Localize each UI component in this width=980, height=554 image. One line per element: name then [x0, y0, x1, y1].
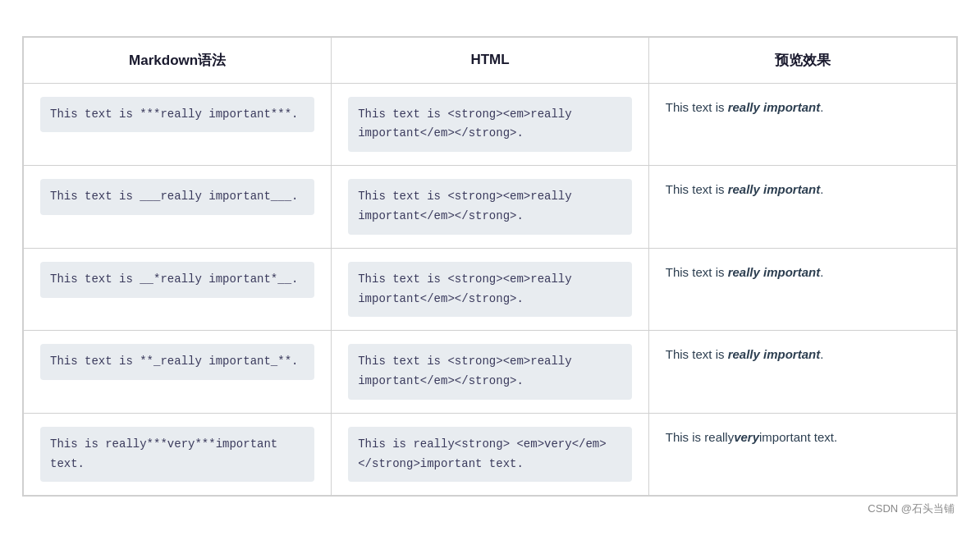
- markdown-cell: This is really***very***important text.: [24, 413, 332, 496]
- html-cell: This text is <strong><em>really importan…: [332, 166, 649, 249]
- footer-credit: CSDN @石头当铺: [22, 497, 958, 518]
- markdown-cell: This text is ***really important***.: [24, 83, 332, 166]
- header-html: HTML: [332, 37, 649, 83]
- html-cell: This text is <strong><em>really importan…: [332, 248, 649, 331]
- html-code: This is really<strong> <em>very</em></st…: [348, 427, 632, 483]
- preview-content: This is reallyveryimportant text.: [666, 427, 940, 448]
- preview-content: This text is really important.: [666, 344, 940, 365]
- table-row: This text is __*really important*__.This…: [24, 248, 957, 331]
- markdown-code: This text is ___really important___.: [40, 179, 314, 215]
- markdown-code: This text is __*really important*__.: [40, 262, 314, 298]
- html-cell: This is really<strong> <em>very</em></st…: [332, 413, 649, 496]
- markdown-code: This is really***very***important text.: [40, 427, 314, 483]
- preview-cell: This text is really important.: [648, 248, 956, 331]
- preview-content: This text is really important.: [666, 262, 940, 283]
- markdown-table: Markdown语法 HTML 预览效果 This text is ***rea…: [23, 37, 957, 497]
- markdown-cell: This text is ___really important___.: [24, 166, 332, 249]
- markdown-cell: This text is **_really important_**.: [24, 331, 332, 414]
- preview-cell: This text is really important.: [648, 331, 956, 414]
- header-markdown: Markdown语法: [24, 37, 332, 83]
- markdown-code: This text is **_really important_**.: [40, 344, 314, 380]
- table-row: This is really***very***important text.T…: [24, 413, 957, 496]
- html-cell: This text is <strong><em>really importan…: [332, 83, 649, 166]
- html-code: This text is <strong><em>really importan…: [348, 344, 632, 400]
- html-cell: This text is <strong><em>really importan…: [332, 331, 649, 414]
- html-code: This text is <strong><em>really importan…: [348, 262, 632, 318]
- preview-cell: This text is really important.: [648, 83, 956, 166]
- markdown-cell: This text is __*really important*__.: [24, 248, 332, 331]
- html-code: This text is <strong><em>really importan…: [348, 179, 632, 235]
- header-preview: 预览效果: [648, 37, 956, 83]
- preview-content: This text is really important.: [666, 179, 940, 200]
- main-table-wrapper: Markdown语法 HTML 预览效果 This text is ***rea…: [22, 36, 958, 497]
- markdown-code: This text is ***really important***.: [40, 97, 314, 133]
- table-row: This text is **_really important_**.This…: [24, 331, 957, 414]
- preview-content: This text is really important.: [666, 97, 940, 118]
- preview-cell: This is reallyveryimportant text.: [648, 413, 956, 496]
- table-row: This text is ___really important___.This…: [24, 166, 957, 249]
- preview-cell: This text is really important.: [648, 166, 956, 249]
- header-row: Markdown语法 HTML 预览效果: [24, 37, 957, 83]
- table-row: This text is ***really important***.This…: [24, 83, 957, 166]
- html-code: This text is <strong><em>really importan…: [348, 97, 632, 153]
